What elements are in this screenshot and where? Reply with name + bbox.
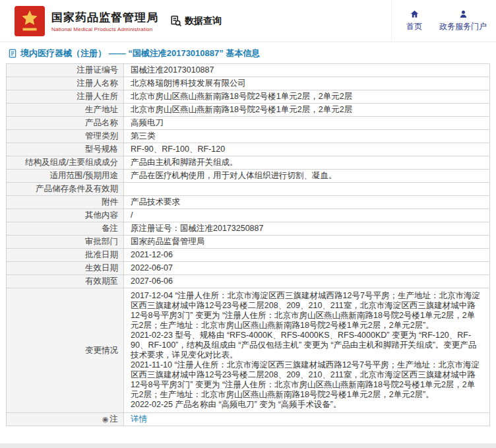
row-label: 型号规格 (7, 143, 124, 156)
nav-home-label: 首页 (406, 21, 422, 32)
page-title-text: 境内医疗器械（注册） —— “国械注准20173010887” 基本信息 (20, 48, 260, 59)
table-row: 备注原注册证号：国械注准20173250887 (7, 222, 490, 236)
row-label: 结构及组成/主要组成成分 (7, 156, 124, 170)
nmpa-logo[interactable] (15, 6, 45, 36)
row-label: 附件 (7, 196, 124, 209)
row-value: 北京市房山区燕山燕新南路18号院2号楼1单元2层，2单元2层 (124, 90, 490, 104)
row-value: 高频电刀 (124, 117, 490, 130)
table-row: 注册人住所北京市房山区燕山燕新南路18号院2号楼1单元2层，2单元2层 (7, 90, 490, 104)
row-label: 生产地址 (7, 104, 124, 117)
row-label: 注册证编号 (7, 64, 124, 77)
row-label: 有效期至 (7, 275, 124, 288)
row-value: 产品在医疗机构使用，用于对人体组织进行切割、凝血。 (124, 170, 490, 183)
row-value: RF-90、RF-100、RF-120 (124, 143, 490, 156)
row-label: 产品储存条件及有效期 (7, 183, 124, 196)
row-value: 北京市房山区燕山燕新南路18号院2号楼1单元2层，2单元2层 (124, 104, 490, 117)
org-name-cn: 国家药品监督管理局 (51, 10, 158, 25)
nav-portal-label: 政务服务门户 (439, 21, 487, 32)
table-row: 变更情况2017-12-04 “注册人住所：北京市海淀区西三旗建材城西路12号7… (7, 288, 490, 413)
row-value: 北京格瑞朗博科技发展有限公司 (124, 77, 490, 90)
table-row: 管理类别第三类 (7, 130, 490, 143)
site-header: 国家药品监督管理局 National Medical Products Admi… (0, 0, 496, 42)
target-icon: ◉ (102, 415, 109, 423)
table-row: 型号规格RF-90、RF-100、RF-120 (7, 143, 490, 156)
row-label: 备注 (7, 222, 124, 236)
row-value: 国家药品监督管理局 (124, 236, 490, 249)
document-icon (8, 49, 17, 58)
row-label: 批准日期 (7, 249, 124, 262)
table-row: ◉注详情 (7, 413, 490, 426)
row-value: / (124, 209, 490, 222)
table-row: 注册证编号国械注准20173010887 (7, 64, 490, 77)
table-row: 产品名称高频电刀 (7, 117, 490, 130)
row-label: 产品名称 (7, 117, 124, 130)
row-value: 原注册证号：国械注准20173250887 (124, 222, 490, 236)
home-icon (410, 9, 419, 19)
row-value: 2027-06-06 (124, 275, 490, 288)
row-label: 生效日期 (7, 262, 124, 275)
row-value: 2017-12-04 “注册人住所：北京市海淀区西三旗建材城西路12号7号平房；… (124, 288, 490, 413)
top-nav: 首页 政务服务门户 (391, 0, 487, 42)
row-label: 适用范围/预期用途 (7, 170, 124, 183)
row-value: 产品技术要求 (124, 196, 490, 209)
table-row: 结构及组成/主要组成成分产品由主机和脚踏开关组成。 (7, 156, 490, 170)
org-names: 国家药品监督管理局 National Medical Products Admi… (51, 10, 158, 32)
nav-home[interactable]: 首页 (406, 9, 422, 32)
row-label: 注册人住所 (7, 90, 124, 104)
nav-portal[interactable]: 政务服务门户 (439, 9, 487, 32)
table-row: 生产地址北京市房山区燕山燕新南路18号院2号楼1单元2层，2单元2层 (7, 104, 490, 117)
nav-data-query[interactable]: 数据查询 (170, 15, 222, 27)
info-table: 注册证编号国械注准20173010887注册人名称北京格瑞朗博科技发展有限公司注… (6, 63, 490, 426)
row-label: 管理类别 (7, 130, 124, 143)
row-value: 详情 (124, 413, 490, 426)
row-value: 2021-12-06 (124, 249, 490, 262)
table-row: 适用范围/预期用途产品在医疗机构使用，用于对人体组织进行切割、凝血。 (7, 170, 490, 183)
row-value: 国械注准20173010887 (124, 64, 490, 77)
row-label: 变更情况 (7, 288, 124, 413)
table-row: 附件产品技术要求 (7, 196, 490, 209)
table-row: 产品储存条件及有效期 (7, 183, 490, 196)
table-row: 注册人名称北京格瑞朗博科技发展有限公司 (7, 77, 490, 90)
footer-strip (0, 443, 496, 448)
row-label: ◉注 (7, 413, 124, 426)
row-label: 审批部门 (7, 236, 124, 249)
row-value: 产品由主机和脚踏开关组成。 (124, 156, 490, 170)
table-row: 批准日期2021-12-06 (7, 249, 490, 262)
info-table-body: 注册证编号国械注准20173010887注册人名称北京格瑞朗博科技发展有限公司注… (7, 64, 490, 426)
table-row: 有效期至2027-06-06 (7, 275, 490, 288)
page-title: 境内医疗器械（注册） —— “国械注准20173010887” 基本信息 (0, 48, 496, 59)
table-row: 其他内容/ (7, 209, 490, 222)
table-row: 审批部门国家药品监督管理局 (7, 236, 490, 249)
person-icon (458, 9, 468, 19)
data-query-label: 数据查询 (185, 15, 222, 27)
nmpa-emblem-icon (15, 27, 45, 38)
row-value: 第三类 (124, 130, 490, 143)
org-name-en: National Medical Products Administration (51, 26, 158, 32)
row-value: 2022-06-07 (124, 262, 490, 275)
row-value (124, 183, 490, 196)
detail-link[interactable]: 详情 (131, 414, 147, 424)
doc-search-icon (170, 15, 182, 27)
table-row: 生效日期2022-06-07 (7, 262, 490, 275)
row-label: 其他内容 (7, 209, 124, 222)
row-label: 注册人名称 (7, 77, 124, 90)
